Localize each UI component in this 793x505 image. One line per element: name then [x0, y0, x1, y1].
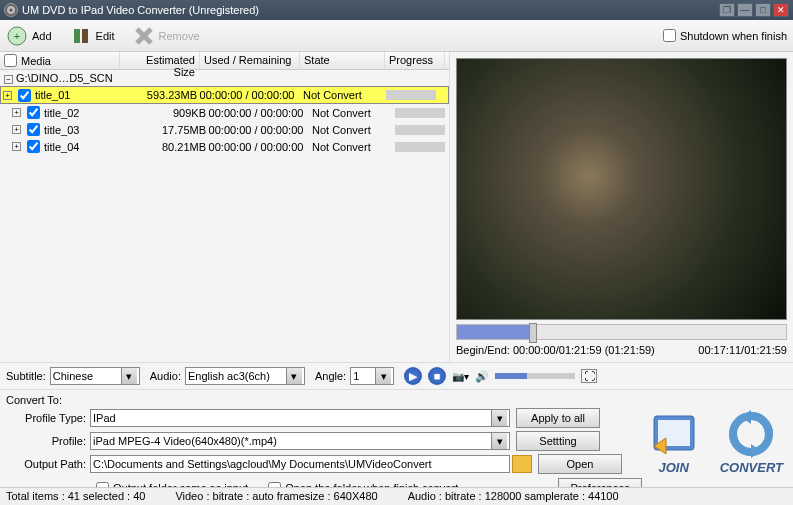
subtitle-select[interactable]: Chinese▾	[50, 367, 140, 385]
angle-select[interactable]: 1▾	[350, 367, 394, 385]
convert-header: Convert To:	[6, 394, 787, 406]
expand-icon[interactable]: +	[12, 125, 21, 134]
restore-button[interactable]: ❐	[719, 3, 735, 17]
browse-folder-button[interactable]	[512, 455, 532, 473]
subtitle-label: Subtitle:	[6, 370, 46, 382]
file-row[interactable]: + title_02 909KB 00:00:00 / 00:00:00 Not…	[0, 104, 449, 121]
file-checkbox[interactable]	[27, 140, 40, 153]
audio-select[interactable]: English ac3(6ch)▾	[185, 367, 305, 385]
chevron-down-icon: ▾	[375, 368, 391, 384]
shutdown-label: Shutdown when finish	[680, 30, 787, 42]
join-button[interactable]: JOIN	[646, 410, 702, 475]
chevron-down-icon: ▾	[491, 433, 507, 449]
file-name: title_03	[44, 124, 126, 136]
svg-text:+: +	[14, 30, 20, 42]
col-media[interactable]: Media	[0, 52, 120, 69]
apply-all-button[interactable]: Apply to all	[516, 408, 600, 428]
window-title: UM DVD to IPad Video Converter (Unregist…	[22, 4, 717, 16]
remove-label: Remove	[159, 30, 200, 42]
file-name: title_01	[35, 89, 117, 101]
file-progress	[386, 90, 436, 100]
current-time: 00:17:11/01:21:59	[698, 344, 787, 356]
seek-slider[interactable]	[456, 324, 787, 340]
svg-rect-4	[74, 29, 80, 43]
preview-panel: Begin/End: 00:00:00/01:21:59 (01:21:59) …	[450, 52, 793, 362]
status-bar: Total items : 41 selected : 40 Video : b…	[0, 487, 793, 505]
volume-icon: 🔊	[475, 370, 489, 383]
col-size[interactable]: Estimated Size	[120, 52, 200, 69]
open-button[interactable]: Open	[538, 454, 622, 474]
file-used: 00:00:00 / 00:00:00	[206, 107, 306, 119]
edit-label: Edit	[96, 30, 115, 42]
file-row[interactable]: + title_04 80.21MB 00:00:00 / 00:00:00 N…	[0, 138, 449, 155]
col-progress[interactable]: Progress	[385, 52, 445, 69]
file-row[interactable]: + title_01 593.23MB 00:00:00 / 00:00:00 …	[0, 86, 449, 104]
file-size: 80.21MB	[126, 141, 206, 153]
convert-label: CONVERT	[720, 460, 783, 475]
setting-button[interactable]: Settting	[516, 431, 600, 451]
profile-select[interactable]: iPad MPEG-4 Video(640x480)(*.mp4)▾	[90, 432, 510, 450]
remove-icon	[133, 25, 155, 47]
file-row[interactable]: + title_03 17.75MB 00:00:00 / 00:00:00 N…	[0, 121, 449, 138]
file-state: Not Convert	[306, 141, 391, 153]
join-icon	[646, 410, 702, 458]
fullscreen-button[interactable]: ⛶	[581, 369, 597, 383]
minimize-button[interactable]: ―	[737, 3, 753, 17]
file-progress	[395, 108, 445, 118]
stop-button[interactable]: ■	[428, 367, 446, 385]
file-name: title_02	[44, 107, 126, 119]
file-size: 593.23MB	[117, 89, 197, 101]
app-logo-icon	[4, 3, 18, 17]
expand-icon[interactable]: +	[12, 142, 21, 151]
toolbar: + Add Edit Remove Shutdown when finish	[0, 20, 793, 52]
volume-slider[interactable]	[495, 373, 575, 379]
status-video: Video : bitrate : auto framesize : 640X4…	[175, 490, 377, 503]
profile-type-select[interactable]: IPad▾	[90, 409, 510, 427]
file-used: 00:00:00 / 00:00:00	[206, 124, 306, 136]
col-state[interactable]: State	[300, 52, 385, 69]
svg-point-1	[10, 9, 13, 12]
mid-row: Subtitle: Chinese▾ Audio: English ac3(6c…	[0, 362, 793, 390]
file-progress	[395, 125, 445, 135]
audio-label: Audio:	[150, 370, 181, 382]
list-header: Media Estimated Size Used / Remaining St…	[0, 52, 449, 70]
file-state: Not Convert	[306, 124, 391, 136]
beginend-time: Begin/End: 00:00:00/01:21:59 (01:21:59)	[456, 344, 655, 356]
profile-type-label: Profile Type:	[6, 412, 86, 424]
chevron-down-icon: ▾	[286, 368, 302, 384]
shutdown-checkbox[interactable]: Shutdown when finish	[663, 29, 787, 42]
file-checkbox[interactable]	[27, 123, 40, 136]
convert-button[interactable]: CONVERT	[720, 410, 783, 475]
shutdown-checkbox-input[interactable]	[663, 29, 676, 42]
add-label: Add	[32, 30, 52, 42]
add-button[interactable]: + Add	[6, 25, 52, 47]
file-list: Media Estimated Size Used / Remaining St…	[0, 52, 450, 362]
play-button[interactable]: ▶	[404, 367, 422, 385]
profile-label: Profile:	[6, 435, 86, 447]
file-checkbox[interactable]	[18, 89, 31, 102]
file-checkbox[interactable]	[27, 106, 40, 119]
chevron-down-icon: ▾	[121, 368, 137, 384]
remove-button[interactable]: Remove	[133, 25, 200, 47]
col-used[interactable]: Used / Remaining	[200, 52, 300, 69]
close-button[interactable]: ✕	[773, 3, 789, 17]
edit-button[interactable]: Edit	[70, 25, 115, 47]
add-icon: +	[6, 25, 28, 47]
file-name: title_04	[44, 141, 126, 153]
expand-icon[interactable]: +	[12, 108, 21, 117]
tree-root[interactable]: − G:\DINO…D5_SCN	[0, 70, 449, 86]
file-progress	[395, 142, 445, 152]
output-path-field[interactable]: C:\Documents and Settings\agcloud\My Doc…	[90, 455, 510, 473]
file-used: 00:00:00 / 00:00:00	[197, 89, 297, 101]
chevron-down-icon: ▾	[491, 410, 507, 426]
video-preview[interactable]	[456, 58, 787, 320]
titlebar: UM DVD to IPad Video Converter (Unregist…	[0, 0, 793, 20]
maximize-button[interactable]: □	[755, 3, 771, 17]
file-size: 17.75MB	[126, 124, 206, 136]
file-state: Not Convert	[306, 107, 391, 119]
file-size: 909KB	[126, 107, 206, 119]
output-path-label: Output Path:	[6, 458, 86, 470]
expand-icon[interactable]: +	[3, 91, 12, 100]
snapshot-button[interactable]: 📷▾	[452, 371, 469, 382]
status-audio: Audio : bitrate : 128000 samplerate : 44…	[408, 490, 619, 503]
